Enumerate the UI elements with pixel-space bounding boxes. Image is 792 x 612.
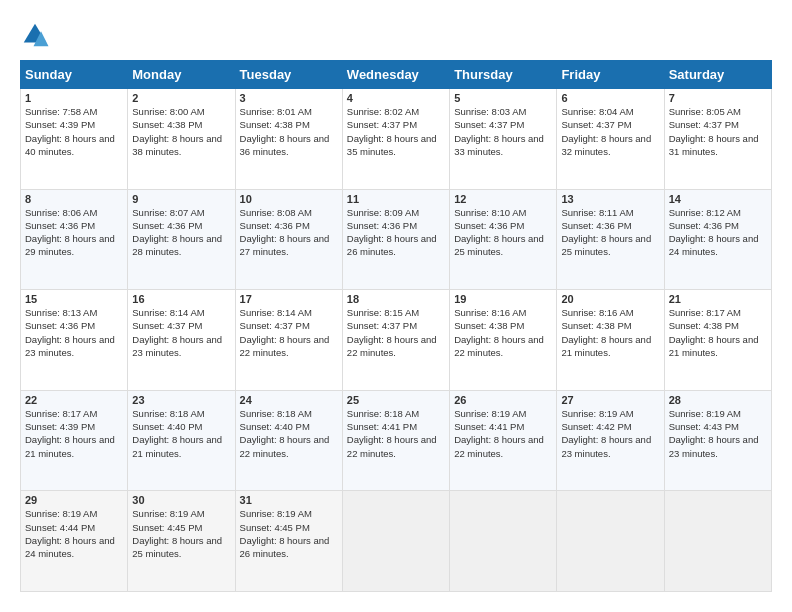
sunset-label: Sunset: 4:36 PM [132,220,202,231]
calendar-header-monday: Monday [128,61,235,89]
daylight-label: Daylight: 8 hours and 38 minutes. [132,133,222,157]
sunset-label: Sunset: 4:37 PM [132,320,202,331]
sunrise-label: Sunrise: 8:19 AM [25,508,97,519]
day-number: 13 [561,193,659,205]
calendar-cell: 16 Sunrise: 8:14 AM Sunset: 4:37 PM Dayl… [128,290,235,391]
sunset-label: Sunset: 4:36 PM [347,220,417,231]
day-info: Sunrise: 8:17 AM Sunset: 4:39 PM Dayligh… [25,407,123,460]
sunset-label: Sunset: 4:37 PM [347,119,417,130]
day-info: Sunrise: 8:19 AM Sunset: 4:42 PM Dayligh… [561,407,659,460]
sunrise-label: Sunrise: 8:19 AM [132,508,204,519]
day-number: 5 [454,92,552,104]
day-number: 30 [132,494,230,506]
day-info: Sunrise: 8:07 AM Sunset: 4:36 PM Dayligh… [132,206,230,259]
day-info: Sunrise: 8:19 AM Sunset: 4:44 PM Dayligh… [25,507,123,560]
calendar-cell: 10 Sunrise: 8:08 AM Sunset: 4:36 PM Dayl… [235,189,342,290]
header [20,20,772,50]
calendar-cell [557,491,664,592]
daylight-label: Daylight: 8 hours and 22 minutes. [240,334,330,358]
logo [20,20,54,50]
day-info: Sunrise: 8:19 AM Sunset: 4:45 PM Dayligh… [132,507,230,560]
sunset-label: Sunset: 4:37 PM [347,320,417,331]
daylight-label: Daylight: 8 hours and 22 minutes. [347,434,437,458]
calendar-cell: 27 Sunrise: 8:19 AM Sunset: 4:42 PM Dayl… [557,390,664,491]
sunrise-label: Sunrise: 8:19 AM [454,408,526,419]
calendar-header-saturday: Saturday [664,61,771,89]
sunrise-label: Sunrise: 8:17 AM [669,307,741,318]
day-number: 2 [132,92,230,104]
day-number: 8 [25,193,123,205]
day-number: 16 [132,293,230,305]
calendar-cell: 15 Sunrise: 8:13 AM Sunset: 4:36 PM Dayl… [21,290,128,391]
calendar-cell: 22 Sunrise: 8:17 AM Sunset: 4:39 PM Dayl… [21,390,128,491]
day-info: Sunrise: 8:14 AM Sunset: 4:37 PM Dayligh… [240,306,338,359]
calendar-cell: 3 Sunrise: 8:01 AM Sunset: 4:38 PM Dayli… [235,89,342,190]
calendar-cell: 9 Sunrise: 8:07 AM Sunset: 4:36 PM Dayli… [128,189,235,290]
daylight-label: Daylight: 8 hours and 27 minutes. [240,233,330,257]
sunrise-label: Sunrise: 8:00 AM [132,106,204,117]
day-number: 7 [669,92,767,104]
day-number: 20 [561,293,659,305]
daylight-label: Daylight: 8 hours and 23 minutes. [669,434,759,458]
day-info: Sunrise: 8:17 AM Sunset: 4:38 PM Dayligh… [669,306,767,359]
calendar-cell: 19 Sunrise: 8:16 AM Sunset: 4:38 PM Dayl… [450,290,557,391]
calendar-cell: 13 Sunrise: 8:11 AM Sunset: 4:36 PM Dayl… [557,189,664,290]
day-info: Sunrise: 8:10 AM Sunset: 4:36 PM Dayligh… [454,206,552,259]
day-number: 29 [25,494,123,506]
day-info: Sunrise: 8:13 AM Sunset: 4:36 PM Dayligh… [25,306,123,359]
daylight-label: Daylight: 8 hours and 32 minutes. [561,133,651,157]
calendar-cell: 14 Sunrise: 8:12 AM Sunset: 4:36 PM Dayl… [664,189,771,290]
calendar-header-wednesday: Wednesday [342,61,449,89]
calendar-week-1: 1 Sunrise: 7:58 AM Sunset: 4:39 PM Dayli… [21,89,772,190]
sunrise-label: Sunrise: 8:06 AM [25,207,97,218]
day-number: 24 [240,394,338,406]
sunset-label: Sunset: 4:37 PM [240,320,310,331]
sunrise-label: Sunrise: 8:02 AM [347,106,419,117]
calendar-cell: 6 Sunrise: 8:04 AM Sunset: 4:37 PM Dayli… [557,89,664,190]
daylight-label: Daylight: 8 hours and 24 minutes. [669,233,759,257]
sunrise-label: Sunrise: 8:05 AM [669,106,741,117]
calendar-week-3: 15 Sunrise: 8:13 AM Sunset: 4:36 PM Dayl… [21,290,772,391]
calendar-week-4: 22 Sunrise: 8:17 AM Sunset: 4:39 PM Dayl… [21,390,772,491]
sunset-label: Sunset: 4:38 PM [240,119,310,130]
calendar-cell: 1 Sunrise: 7:58 AM Sunset: 4:39 PM Dayli… [21,89,128,190]
calendar-cell: 23 Sunrise: 8:18 AM Sunset: 4:40 PM Dayl… [128,390,235,491]
sunrise-label: Sunrise: 8:19 AM [561,408,633,419]
calendar-body: 1 Sunrise: 7:58 AM Sunset: 4:39 PM Dayli… [21,89,772,592]
daylight-label: Daylight: 8 hours and 28 minutes. [132,233,222,257]
calendar-header-tuesday: Tuesday [235,61,342,89]
calendar-header-row: SundayMondayTuesdayWednesdayThursdayFrid… [21,61,772,89]
sunrise-label: Sunrise: 8:19 AM [669,408,741,419]
day-number: 6 [561,92,659,104]
calendar-cell: 21 Sunrise: 8:17 AM Sunset: 4:38 PM Dayl… [664,290,771,391]
day-number: 3 [240,92,338,104]
sunset-label: Sunset: 4:39 PM [25,119,95,130]
calendar-cell: 25 Sunrise: 8:18 AM Sunset: 4:41 PM Dayl… [342,390,449,491]
day-number: 18 [347,293,445,305]
sunrise-label: Sunrise: 8:17 AM [25,408,97,419]
sunrise-label: Sunrise: 8:10 AM [454,207,526,218]
day-number: 12 [454,193,552,205]
sunset-label: Sunset: 4:36 PM [25,320,95,331]
daylight-label: Daylight: 8 hours and 22 minutes. [454,334,544,358]
calendar-cell [342,491,449,592]
day-info: Sunrise: 8:02 AM Sunset: 4:37 PM Dayligh… [347,105,445,158]
day-number: 25 [347,394,445,406]
sunset-label: Sunset: 4:37 PM [454,119,524,130]
daylight-label: Daylight: 8 hours and 26 minutes. [347,233,437,257]
day-number: 17 [240,293,338,305]
daylight-label: Daylight: 8 hours and 31 minutes. [669,133,759,157]
calendar-cell [450,491,557,592]
sunrise-label: Sunrise: 8:15 AM [347,307,419,318]
day-number: 28 [669,394,767,406]
day-number: 11 [347,193,445,205]
sunset-label: Sunset: 4:42 PM [561,421,631,432]
sunset-label: Sunset: 4:41 PM [454,421,524,432]
day-info: Sunrise: 8:05 AM Sunset: 4:37 PM Dayligh… [669,105,767,158]
daylight-label: Daylight: 8 hours and 33 minutes. [454,133,544,157]
daylight-label: Daylight: 8 hours and 22 minutes. [347,334,437,358]
daylight-label: Daylight: 8 hours and 26 minutes. [240,535,330,559]
day-info: Sunrise: 8:04 AM Sunset: 4:37 PM Dayligh… [561,105,659,158]
day-number: 21 [669,293,767,305]
calendar-cell: 20 Sunrise: 8:16 AM Sunset: 4:38 PM Dayl… [557,290,664,391]
